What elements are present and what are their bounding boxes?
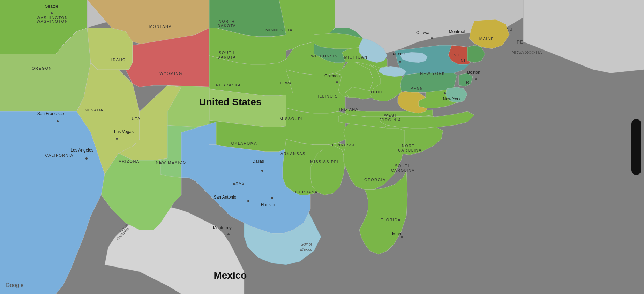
state-label-west-virginia2: VIRGINIA — [380, 118, 401, 122]
canada-label-pe: PE — [517, 39, 523, 45]
state-label-ohio: OHIO — [371, 90, 383, 94]
state-label-oklahoma: OKLAHOMA — [231, 141, 257, 145]
water-label-gulf-of-mexico2: Mexico — [300, 247, 313, 252]
state-label-illinois: ILLINOIS — [318, 94, 338, 98]
city-label-miami: Miami — [392, 232, 403, 237]
state-label-michigan: MICHIGAN — [344, 55, 368, 59]
state-label-texas: TEXAS — [230, 181, 245, 185]
state-label-ri: RI — [466, 80, 471, 84]
state-label-north-dakota: NORTH — [219, 19, 235, 23]
state-label-new-mexico: NEW MEXICO — [156, 160, 186, 164]
state-label-indiana: INDIANA — [339, 107, 358, 111]
state-label-south-carolina2: CAROLINA — [391, 168, 415, 172]
state-label-minnesota: MINNESOTA — [265, 28, 293, 32]
state-label-arizona: ARIZONA — [119, 159, 139, 163]
state-label-nevada: NEVADA — [85, 108, 103, 112]
city-label-ottawa: Ottawa — [416, 30, 429, 35]
state-label-north-carolina2: CAROLINA — [398, 148, 422, 152]
city-dot-new-york — [444, 92, 446, 94]
country-label: United States — [199, 96, 262, 107]
city-dot-chicago — [336, 81, 338, 83]
state-label-iowa: IOWA — [280, 81, 292, 85]
city-dot-boston — [475, 78, 477, 80]
city-label-monterrey: Monterrey — [213, 225, 232, 230]
city-dot-las-vegas — [116, 138, 118, 140]
state-label-penn: PENN — [411, 86, 424, 91]
city-dot-houston — [271, 197, 273, 199]
state-label-new-york: NEW YORK — [420, 71, 445, 76]
state-label-north-carolina: NORTH — [402, 144, 418, 148]
city-label-chicago: Chicago — [324, 74, 340, 78]
city-sublabel-washington: WASHINGTON — [37, 16, 68, 20]
city-dot-dallas — [261, 170, 263, 172]
city-label-las-vegas: Las Vegas — [114, 129, 134, 134]
city-label-montreal: Montreal — [449, 29, 465, 34]
google-logo: Google — [6, 282, 24, 288]
map-svg: United States WASHINGTON OREGON CALIFORN… — [0, 0, 644, 294]
city-dot-ottawa — [431, 37, 433, 39]
canada-label-nova-scotia: NOVA SCOTIA — [511, 50, 542, 55]
state-label-north-dakota2: DAKOTA — [217, 24, 236, 28]
state-label-maine: MAINE — [479, 37, 494, 41]
city-dot-san-francisco — [57, 120, 59, 122]
city-label-los-angeles: Los Angeles — [70, 148, 93, 153]
mexico-label: Mexico — [214, 270, 247, 281]
state-label-tennessee: TENNESSEE — [331, 143, 359, 147]
water-label-gulf-of-mexico: Gulf of — [301, 242, 312, 246]
state-label-utah: UTAH — [132, 117, 144, 121]
map-scrollbar[interactable] — [631, 119, 641, 175]
city-label-dallas: Dallas — [252, 159, 264, 164]
map-container[interactable]: United States WASHINGTON OREGON CALIFORN… — [0, 0, 644, 294]
state-label-south-dakota2: DAKOTA — [217, 55, 236, 59]
city-dot-seattle — [51, 12, 53, 14]
state-label-arkansas: ARKANSAS — [280, 152, 306, 156]
state-label-wisconsin: WISCONSIN — [311, 54, 338, 58]
city-label-boston: Boston — [467, 70, 480, 75]
state-label-wyoming: WYOMING — [159, 71, 182, 76]
city-label-seattle: Seattle — [45, 4, 58, 9]
state-label-south-carolina: SOUTH — [395, 164, 411, 168]
canada-label-nb: NB — [506, 26, 512, 32]
state-label-south-dakota: SOUTH — [219, 51, 235, 55]
state-label-missouri: MISSOURI — [280, 117, 303, 121]
state-label-mississippi: MISSISSIPPI — [310, 160, 339, 164]
state-label-nh: NH — [461, 59, 467, 63]
state-label-louisiana: LOUISIANA — [293, 190, 318, 194]
city-label-san-francisco: San Francisco — [37, 111, 64, 116]
city-label-toronto: Toronto — [391, 51, 405, 56]
state-label-california: CALIFORNIA — [45, 153, 73, 157]
state-label-florida: FLORIDA — [381, 218, 401, 222]
city-dot-monterrey — [227, 233, 230, 235]
state-label-west-virginia: WEST — [384, 113, 397, 117]
state-label-vt: VT — [454, 53, 460, 57]
state-label-georgia: GEORGIA — [364, 178, 386, 182]
city-dot-toronto — [399, 61, 401, 63]
state-label-idaho: IDAHO — [111, 57, 126, 62]
city-dot-los-angeles — [85, 157, 88, 160]
city-dot-san-antonio — [247, 200, 249, 202]
state-label-nebraska: NEBRASKA — [216, 83, 241, 87]
city-label-new-york: New York — [443, 96, 461, 101]
state-label-oregon: OREGON — [32, 66, 52, 70]
city-label-san-antonio: San Antonio — [214, 195, 237, 200]
state-label-montana: MONTANA — [149, 24, 172, 29]
city-label-houston: Houston — [261, 202, 277, 207]
